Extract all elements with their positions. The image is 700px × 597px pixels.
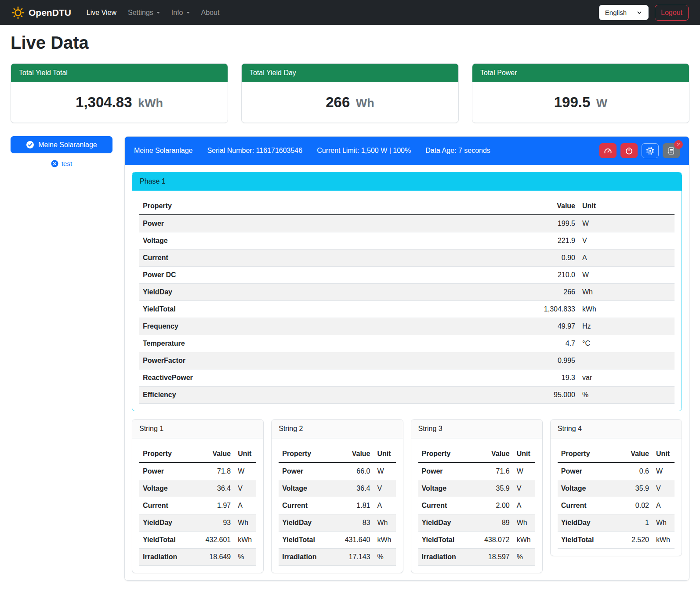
property-cell: Irradiation bbox=[139, 549, 198, 566]
inverter-select-button[interactable]: Meine Solaranlage bbox=[11, 136, 112, 153]
value-cell: 71.6 bbox=[477, 463, 513, 480]
unit-cell: W bbox=[374, 463, 396, 480]
brand-label: OpenDTU bbox=[29, 7, 71, 18]
inverter-select-label: Meine Solaranlage bbox=[38, 141, 97, 149]
unit-cell: A bbox=[579, 250, 675, 267]
unit-cell: A bbox=[234, 497, 256, 514]
unit-cell: % bbox=[513, 549, 535, 566]
phase-table: Property Value Unit Power bbox=[139, 198, 675, 404]
value-cell: 0.02 bbox=[617, 497, 653, 514]
nav-live-view-label: Live View bbox=[87, 9, 116, 17]
navbar: OpenDTU Live View Settings Info About En… bbox=[0, 0, 700, 25]
property-cell: YieldTotal bbox=[279, 532, 337, 549]
property-cell: Current bbox=[139, 497, 198, 514]
table-row: ReactivePower 19.3 var bbox=[139, 369, 675, 387]
device-info-button[interactable] bbox=[642, 143, 659, 158]
property-cell: Temperature bbox=[139, 335, 513, 352]
value-cell: 71.8 bbox=[198, 463, 234, 480]
total-yield-total-card: Total Yield Total 1,304.83 kWh bbox=[11, 63, 228, 123]
brand[interactable]: OpenDTU bbox=[11, 6, 71, 19]
table-row: Power 71.8 W bbox=[139, 463, 256, 480]
table-row: YieldDay 93 Wh bbox=[139, 514, 256, 532]
string-title: String 1 bbox=[132, 420, 263, 438]
value-cell: 18.597 bbox=[477, 549, 513, 566]
phase-panel: Phase 1 Property Value Unit bbox=[132, 172, 682, 411]
column-header-value: Value bbox=[198, 445, 234, 463]
table-header-row: Property Value Unit bbox=[418, 445, 535, 463]
logout-button[interactable]: Logout bbox=[655, 5, 689, 21]
property-cell: Irradiation bbox=[279, 549, 337, 566]
unit-cell: Wh bbox=[579, 284, 675, 301]
property-cell: Current bbox=[279, 497, 337, 514]
property-cell: YieldDay bbox=[558, 514, 617, 532]
nav-about[interactable]: About bbox=[196, 5, 225, 20]
table-row: Current 1.97 A bbox=[139, 497, 256, 514]
power-button[interactable] bbox=[620, 143, 638, 158]
test-link[interactable]: test bbox=[11, 160, 112, 167]
nav-settings-label: Settings bbox=[128, 9, 153, 17]
card-value: 199.5 bbox=[554, 94, 591, 110]
nav-live-view[interactable]: Live View bbox=[81, 5, 122, 20]
nav-info-label: Info bbox=[171, 9, 183, 17]
table-row: PowerFactor 0.995 bbox=[139, 352, 675, 369]
string-body: Property Value Unit Power bbox=[272, 438, 403, 573]
limit-settings-button[interactable] bbox=[599, 143, 617, 158]
column-header-property: Property bbox=[139, 445, 198, 463]
unit-cell: A bbox=[653, 497, 675, 514]
table-row: Power DC 210.0 W bbox=[139, 267, 675, 284]
column-header-unit: Unit bbox=[234, 445, 256, 463]
table-row: Voltage 221.9 V bbox=[139, 232, 675, 250]
card-header: Total Power bbox=[472, 64, 689, 82]
unit-cell: kWh bbox=[653, 532, 675, 549]
property-cell: Current bbox=[139, 250, 513, 267]
check-circle-icon bbox=[26, 141, 34, 149]
value-cell: 0.995 bbox=[513, 352, 579, 369]
main-content: Live Data Total Yield Total 1,304.83 kWh… bbox=[0, 33, 700, 596]
property-cell: YieldDay bbox=[139, 514, 198, 532]
unit-cell: V bbox=[234, 480, 256, 497]
table-row: Efficiency 95.000 % bbox=[139, 387, 675, 404]
language-select[interactable]: English bbox=[599, 5, 649, 20]
card-unit: Wh bbox=[356, 97, 374, 110]
unit-cell: var bbox=[579, 369, 675, 387]
value-cell: 36.4 bbox=[338, 480, 374, 497]
chevron-down-icon bbox=[186, 12, 190, 14]
value-cell: 36.4 bbox=[198, 480, 234, 497]
event-log-button[interactable]: 2 bbox=[663, 143, 680, 158]
total-power-card: Total Power 199.5 W bbox=[472, 63, 689, 123]
table-row: YieldDay 83 Wh bbox=[279, 514, 395, 532]
table-row: Voltage 35.9 V bbox=[558, 480, 675, 497]
column-header-value: Value bbox=[617, 445, 653, 463]
value-cell: 83 bbox=[338, 514, 374, 532]
table-row: YieldTotal 431.640 kWh bbox=[279, 532, 395, 549]
card-unit: W bbox=[596, 97, 607, 110]
unit-cell: A bbox=[513, 497, 535, 514]
nav-settings[interactable]: Settings bbox=[122, 5, 166, 20]
property-cell: Voltage bbox=[139, 232, 513, 250]
table-row: Irradiation 17.143 % bbox=[279, 549, 395, 566]
unit-cell: kWh bbox=[374, 532, 396, 549]
property-cell: Power bbox=[139, 215, 513, 232]
value-cell: 1.81 bbox=[338, 497, 374, 514]
value-cell: 49.97 bbox=[513, 318, 579, 335]
value-cell: 4.7 bbox=[513, 335, 579, 352]
value-cell: 221.9 bbox=[513, 232, 579, 250]
unit-cell: W bbox=[234, 463, 256, 480]
table-header-row: Property Value Unit bbox=[279, 445, 395, 463]
value-cell: 0.90 bbox=[513, 250, 579, 267]
column-header-unit: Unit bbox=[374, 445, 396, 463]
value-cell: 438.072 bbox=[477, 532, 513, 549]
gauge-icon bbox=[604, 147, 612, 155]
table-row: Power 66.0 W bbox=[279, 463, 395, 480]
column-header-value: Value bbox=[513, 198, 579, 215]
unit-cell: kWh bbox=[234, 532, 256, 549]
string-4-card: String 4 Property Value Unit bbox=[550, 419, 682, 556]
string-title: String 3 bbox=[411, 420, 542, 438]
nav-info[interactable]: Info bbox=[166, 5, 196, 20]
inverter-name: Meine Solaranlage bbox=[134, 147, 192, 155]
string-body: Property Value Unit Power bbox=[411, 438, 542, 573]
column-header-property: Property bbox=[279, 445, 337, 463]
table-row: Irradiation 18.597 % bbox=[418, 549, 535, 566]
unit-cell: V bbox=[374, 480, 396, 497]
inverter-header-buttons: 2 bbox=[599, 143, 680, 158]
